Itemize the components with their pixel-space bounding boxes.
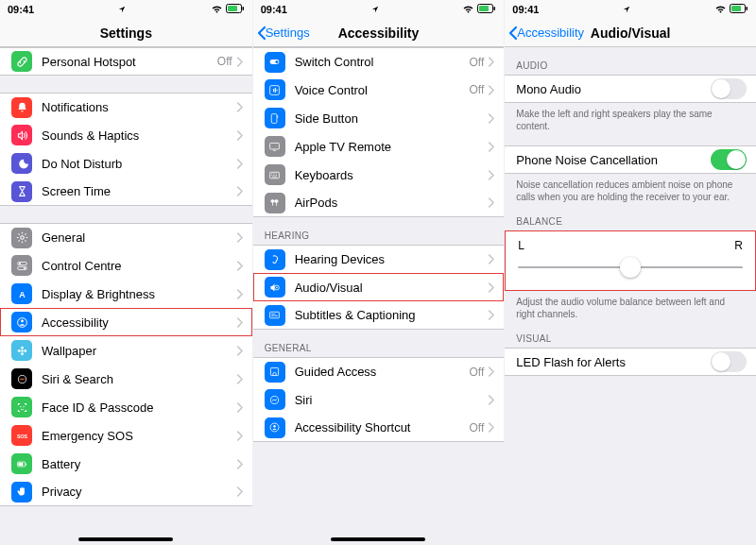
- face-id-passcode-row[interactable]: Face ID & Passcode: [0, 393, 252, 421]
- row-label: Personal Hotspot: [42, 55, 217, 69]
- nav-bar: Settings: [0, 19, 252, 47]
- home-indicator[interactable]: [78, 537, 173, 541]
- mono-audio-toggle[interactable]: [711, 78, 747, 99]
- voice-control-row[interactable]: Voice ControlOff: [253, 76, 505, 104]
- notifications-row[interactable]: Notifications: [0, 93, 252, 121]
- accessibility-shortcut-row[interactable]: Accessibility ShortcutOff: [253, 414, 505, 442]
- back-button[interactable]: Settings: [257, 26, 310, 41]
- back-button[interactable]: Accessibility: [508, 26, 584, 41]
- slider-thumb[interactable]: [620, 257, 641, 278]
- svg-rect-43: [746, 7, 747, 10]
- row-label: Accessibility: [42, 315, 236, 330]
- mono-audio-row[interactable]: Mono Audio: [505, 75, 756, 103]
- svg-point-12: [21, 346, 24, 349]
- page-title: Audio/Visual: [591, 26, 671, 41]
- screen-time-row[interactable]: Screen Time: [0, 178, 252, 206]
- noise-cancel-row[interactable]: Phone Noise Cancellation: [505, 145, 756, 174]
- noise-cancel-toggle[interactable]: [711, 149, 747, 170]
- audio-visual-row[interactable]: Audio/Visual: [253, 273, 505, 301]
- hourglass-icon: [11, 181, 32, 202]
- sun-icon: A: [11, 283, 32, 304]
- page-title: Settings: [100, 26, 152, 41]
- settings-list[interactable]: Personal HotspotOffNotificationsSounds &…: [0, 47, 252, 506]
- home-indicator[interactable]: [331, 537, 425, 541]
- row-label: Battery: [42, 457, 236, 471]
- audio-desc-icon: [265, 277, 285, 298]
- chevron-right-icon: [236, 102, 243, 112]
- row-value: Off: [470, 366, 485, 379]
- side-btn-icon: [265, 108, 285, 128]
- chevron-right-icon: [236, 57, 243, 67]
- led-flash-toggle[interactable]: [711, 351, 747, 372]
- row-label: Side Button: [295, 111, 489, 126]
- row-label: Siri & Search: [42, 372, 236, 386]
- svg-rect-1: [228, 6, 237, 11]
- svg-point-3: [20, 236, 24, 240]
- switch-control-row[interactable]: Switch ControlOff: [253, 47, 505, 76]
- chevron-right-icon: [236, 159, 243, 169]
- row-label: Notifications: [42, 100, 236, 114]
- hand-icon: [11, 482, 32, 502]
- chevron-right-icon: [236, 232, 243, 243]
- row-value: Off: [470, 421, 485, 434]
- chevron-right-icon: [488, 254, 494, 264]
- svg-rect-37: [271, 367, 279, 375]
- svg-rect-24: [479, 6, 489, 11]
- wifi-icon: [211, 4, 223, 15]
- chevron-right-icon: [488, 85, 494, 95]
- balance-slider[interactable]: [518, 258, 743, 277]
- svg-point-10: [21, 319, 24, 322]
- accessibility-row[interactable]: Accessibility: [0, 308, 252, 336]
- row-label: Do Not Disturb: [42, 157, 236, 171]
- led-flash-label: LED Flash for Alerts: [516, 355, 711, 369]
- display-brightness-row[interactable]: ADisplay & Brightness: [0, 280, 252, 308]
- battery-row[interactable]: Battery: [0, 450, 252, 478]
- guided-access-row[interactable]: Guided AccessOff: [253, 357, 505, 385]
- flower-icon: [11, 340, 32, 361]
- switch-ctrl-icon: [265, 52, 285, 73]
- wallpaper-row[interactable]: Wallpaper: [0, 336, 252, 365]
- battery-icon: [226, 4, 245, 15]
- moon-icon: [11, 153, 32, 174]
- status-bar: 09:41: [505, 0, 756, 19]
- chevron-right-icon: [236, 402, 243, 413]
- siri-icon: [11, 368, 32, 389]
- side-button-row[interactable]: Side Button: [253, 104, 505, 132]
- speaker-icon: [11, 125, 32, 145]
- emergency-sos-row[interactable]: SOSEmergency SOS: [0, 421, 252, 450]
- row-label: Voice Control: [295, 83, 470, 97]
- general-row[interactable]: General: [0, 223, 252, 251]
- siri-row[interactable]: Siri: [253, 385, 505, 414]
- accessibility-list[interactable]: Switch ControlOffVoice ControlOffSide Bu…: [253, 47, 505, 442]
- chevron-right-icon: [236, 317, 243, 328]
- row-value: Off: [470, 56, 485, 69]
- subtitles-captioning-row[interactable]: Subtitles & Captioning: [253, 301, 505, 330]
- status-time: 09:41: [261, 4, 287, 15]
- led-flash-row[interactable]: LED Flash for Alerts: [505, 348, 756, 376]
- control-centre-row[interactable]: Control Centre: [0, 251, 252, 280]
- do-not-disturb-row[interactable]: Do Not Disturb: [0, 149, 252, 178]
- link-icon: [11, 51, 32, 72]
- svg-rect-21: [26, 463, 26, 465]
- row-label: Control Centre: [42, 259, 236, 273]
- apple-tv-remote-row[interactable]: Apple TV Remote: [253, 132, 505, 161]
- row-label: Keyboards: [295, 168, 489, 182]
- row-label: Switch Control: [295, 55, 470, 69]
- sounds-haptics-row[interactable]: Sounds & Haptics: [0, 121, 252, 149]
- captions-icon: [265, 305, 285, 326]
- keyboards-row[interactable]: Keyboards: [253, 161, 505, 189]
- row-label: Screen Time: [42, 184, 236, 198]
- section-header-balance: BALANCE: [505, 203, 756, 230]
- keyboard-icon: [265, 164, 285, 185]
- row-label: Display & Brightness: [42, 287, 236, 301]
- airpods-row[interactable]: AirPods: [253, 189, 505, 217]
- siri-search-row[interactable]: Siri & Search: [0, 365, 252, 393]
- balance-footer: Adjust the audio volume balance between …: [505, 291, 756, 320]
- mono-audio-footer: Make the left and right speakers play th…: [505, 103, 756, 132]
- privacy-row[interactable]: Privacy: [0, 478, 252, 506]
- row-label: Wallpaper: [42, 344, 236, 358]
- svg-rect-31: [270, 143, 280, 149]
- personal-hotspot-row[interactable]: Personal HotspotOff: [0, 47, 252, 76]
- hearing-devices-row[interactable]: Hearing Devices: [253, 245, 505, 273]
- audio-visual-list[interactable]: AUDIO Mono Audio Make the left and right…: [505, 47, 756, 376]
